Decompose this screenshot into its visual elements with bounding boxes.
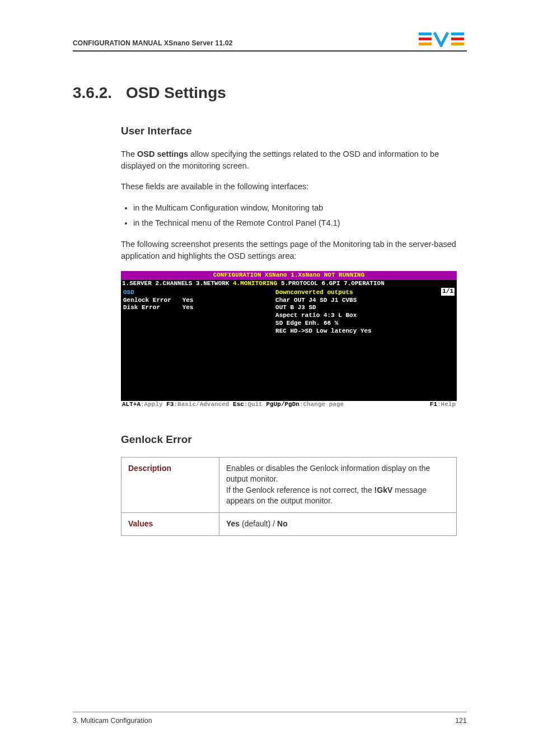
osd-row-1: Genlock Error Yes [123,297,193,305]
page-footer: 3. Multicam Configuration 121 [73,712,467,725]
osd-row-2: Disk Error Yes [123,304,193,312]
dc-row-3: Aspect ratio 4:3 L Box [275,312,372,320]
osd-box: OSD Genlock Error Yes Disk Error Yes [123,289,193,312]
table-row: Values Yes (default) / No [121,513,457,536]
section-heading: 3.6.2. OSD Settings [73,82,467,102]
svg-rect-0 [419,32,432,35]
svg-rect-5 [451,43,464,45]
product-name: XSnano Server 11.02 [164,39,233,47]
svg-rect-2 [419,43,432,45]
header-text: CONFIGURATION MANUAL XSnano Server 11.02 [73,39,233,47]
desc-value: Enables or disables the Genlock informat… [219,457,457,512]
footer-left: 3. Multicam Configuration [73,717,152,725]
ss-body: 1/1 OSD Genlock Error Yes Disk Error Yes… [121,288,457,401]
svg-rect-1 [419,38,432,40]
section-number: 3.6.2. [73,84,121,102]
bullet-1: in the Multicam Configuration window, Mo… [133,202,467,214]
dc-row-1: Char OUT J4 SD J1 CVBS [275,297,372,305]
manual-name: CONFIGURATION MANUAL [73,39,162,47]
page-number: 121 [455,717,467,725]
config-screenshot: CONFIGURATION XSNano 1.XsNano NOT RUNNIN… [121,271,457,408]
ui-paragraph-2: These fields are available in the follow… [121,181,467,193]
dc-row-4: SD Edge Enh. 66 % [275,320,372,328]
svg-rect-3 [451,32,464,35]
values-key: Values [121,513,219,536]
bullet-2: in the Technical menu of the Remote Cont… [133,217,467,230]
ui-bullets: in the Multicam Configuration window, Mo… [121,202,467,230]
dc-row-5: REC HD->SD Low latency Yes [275,328,372,335]
ss-tabs: 1.SERVER 2.CHANNELS 3.NETWORK 4.MONITORI… [121,280,457,288]
svg-rect-4 [451,38,464,40]
ss-titlebar: CONFIGURATION XSNano 1.XsNano NOT RUNNIN… [121,271,457,280]
dc-header: Downconverted outputs [275,289,372,297]
genlock-heading: Genlock Error [121,433,467,446]
ui-paragraph-3: The following screenshot presents the se… [121,239,467,262]
page-header: CONFIGURATION MANUAL XSnano Server 11.02 [73,31,467,52]
desc-key: Description [121,457,219,512]
osd-header: OSD [123,289,193,297]
ui-paragraph-1: The OSD settings allow specifying the se… [121,148,467,172]
section-title: OSD Settings [126,84,226,101]
evs-logo [419,31,467,47]
ss-pager: 1/1 [441,288,455,296]
genlock-table: Description Enables or disables the Genl… [121,457,457,536]
table-row: Description Enables or disables the Genl… [121,457,457,512]
ui-heading: User Interface [121,125,467,137]
values-value: Yes (default) / No [219,513,457,536]
downconverted-box: Downconverted outputs Char OUT J4 SD J1 … [275,289,372,335]
dc-row-2: OUT B J3 SD [275,304,372,312]
ss-footer: ALT+A:Apply F3:Basic/Advanced Esc:Quit P… [121,401,457,409]
